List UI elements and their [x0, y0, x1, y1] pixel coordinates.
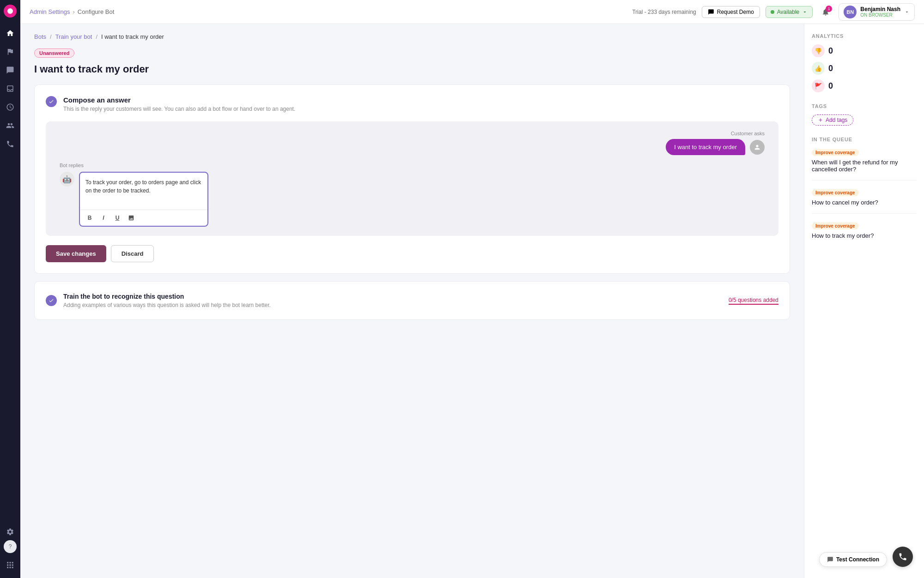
sidebar-icon-phone[interactable] — [2, 136, 18, 152]
train-bot-card: Train the bot to recognize this question… — [34, 281, 790, 320]
compose-card-title: Compose an answer — [63, 96, 295, 104]
sidebar-logo — [4, 5, 17, 18]
sidebar-icon-home[interactable] — [2, 25, 18, 42]
queue-question[interactable]: How to track my order? — [812, 232, 917, 239]
user-avatar: BN — [844, 6, 857, 18]
train-info: Train the bot to recognize this question… — [63, 293, 722, 308]
tags-title: TAGS — [812, 103, 917, 109]
breadcrumb-current: I want to track my order — [101, 33, 164, 40]
chat-preview: Customer asks I want to track my order B… — [46, 121, 778, 236]
flag-count: 0 — [828, 81, 833, 91]
train-card-title: Train the bot to recognize this question — [63, 293, 722, 300]
trial-text: Trial - 233 days remaining — [632, 9, 696, 15]
sidebar-icon-chat[interactable] — [2, 62, 18, 78]
user-name: Benjamin Nash — [860, 6, 900, 12]
compose-card-subtitle: This is the reply your customers will se… — [63, 106, 295, 112]
header-right: Trial - 233 days remaining Request Demo … — [632, 3, 915, 21]
bot-reply-editor: To track your order, go to orders page a… — [79, 172, 208, 227]
request-demo-button[interactable]: Request Demo — [702, 6, 760, 18]
queue-question[interactable]: When will I get the refund for my cancel… — [812, 159, 917, 173]
sidebar: ? — [0, 0, 20, 578]
sidebar-icon-grid[interactable] — [2, 557, 18, 573]
user-status: ON BROWSER — [860, 12, 900, 18]
analytics-title: ANALYTICS — [812, 33, 917, 39]
breadcrumb-train[interactable]: Train your bot — [55, 33, 92, 40]
queue-title: IN THE QUEUE — [812, 137, 917, 142]
status-dot — [771, 10, 774, 14]
page-title: I want to track my order — [34, 63, 790, 75]
thumbs-down-icon: 👎 — [812, 44, 825, 57]
thumbs-up-icon: 👍 — [812, 62, 825, 75]
italic-button[interactable]: I — [98, 213, 109, 223]
analytics-section: ANALYTICS 👎 0 👍 0 🚩 0 — [812, 33, 917, 92]
analytics-thumbs-up: 👍 0 — [812, 62, 917, 75]
analytics-flag: 🚩 0 — [812, 79, 917, 92]
top-header: Admin Settings › Configure Bot Trial - 2… — [20, 0, 924, 24]
flag-icon: 🚩 — [812, 79, 825, 92]
call-button[interactable] — [893, 547, 913, 567]
train-check-icon — [46, 295, 57, 306]
improve-badge: Improve coverage — [812, 149, 859, 156]
queue-item: Improve coverage How to track my order? — [812, 221, 917, 247]
header-breadcrumb-configure: Configure Bot — [78, 8, 115, 15]
bot-reply-row: 🤖 To track your order, go to orders page… — [60, 172, 765, 227]
thumbs-down-count: 0 — [828, 46, 833, 56]
tags-section: TAGS Add tags — [812, 103, 917, 126]
page-breadcrumb: Bots / Train your bot / I want to track … — [34, 33, 790, 40]
customer-asks-label: Customer asks — [60, 131, 765, 136]
compose-card-header: Compose an answer This is the reply your… — [46, 96, 778, 112]
compose-card-text: Compose an answer This is the reply your… — [63, 96, 295, 112]
sidebar-icon-clock[interactable] — [2, 99, 18, 115]
train-card-subtitle: Adding examples of various ways this que… — [63, 302, 722, 308]
underline-button[interactable]: U — [112, 213, 122, 223]
thumbs-up-count: 0 — [828, 64, 833, 73]
save-changes-button[interactable]: Save changes — [46, 245, 106, 262]
notification-badge: 1 — [826, 6, 832, 12]
header-breadcrumb-admin[interactable]: Admin Settings — [30, 8, 70, 15]
sidebar-icon-people[interactable] — [2, 117, 18, 134]
queue-question[interactable]: How to cancel my order? — [812, 199, 917, 206]
bot-avatar: 🤖 — [60, 172, 74, 187]
bot-reply-text[interactable]: To track your order, go to orders page a… — [80, 173, 207, 210]
discard-button[interactable]: Discard — [111, 245, 154, 262]
right-panel: ANALYTICS 👎 0 👍 0 🚩 0 TAGS — [804, 24, 924, 578]
action-buttons: Save changes Discard — [46, 245, 778, 262]
sidebar-icon-settings[interactable] — [4, 525, 17, 538]
queue-section: IN THE QUEUE Improve coverage When will … — [812, 137, 917, 247]
user-profile[interactable]: BN Benjamin Nash ON BROWSER — [839, 3, 915, 21]
sidebar-icon-flag[interactable] — [2, 43, 18, 60]
add-tag-button[interactable]: Add tags — [812, 114, 853, 126]
bot-replies-label: Bot replies — [60, 163, 765, 168]
status-badge: Unanswered — [34, 48, 74, 58]
svg-point-0 — [7, 8, 13, 14]
queue-item: Improve coverage When will I get the ref… — [812, 148, 917, 181]
user-details: Benjamin Nash ON BROWSER — [860, 6, 900, 18]
sidebar-icon-inbox[interactable] — [2, 80, 18, 97]
breadcrumb-bots[interactable]: Bots — [34, 33, 46, 40]
header-breadcrumb: Admin Settings › Configure Bot — [30, 8, 632, 15]
test-connection-button[interactable]: Test Connection — [819, 552, 887, 567]
customer-message-bubble: I want to track my order — [666, 139, 745, 155]
page-content: Bots / Train your bot / I want to track … — [20, 24, 804, 578]
sidebar-icon-help[interactable]: ? — [4, 540, 17, 553]
improve-badge: Improve coverage — [812, 223, 859, 229]
compose-answer-card: Compose an answer This is the reply your… — [34, 84, 790, 274]
sidebar-bottom: ? — [2, 525, 18, 573]
bot-replies-section: Bot replies 🤖 To track your order, go to… — [60, 163, 765, 227]
editor-toolbar: B I U — [80, 210, 207, 226]
compose-check-icon — [46, 96, 57, 107]
customer-asks-section: Customer asks I want to track my order — [60, 131, 765, 155]
analytics-thumbs-down: 👎 0 — [812, 44, 917, 57]
image-button[interactable] — [126, 213, 136, 223]
questions-count[interactable]: 0/5 questions added — [729, 297, 778, 305]
queue-items-container: Improve coverage When will I get the ref… — [812, 148, 917, 247]
queue-item: Improve coverage How to cancel my order? — [812, 188, 917, 214]
customer-avatar — [750, 140, 765, 155]
available-status-button[interactable]: Available — [766, 6, 813, 18]
customer-message-row: I want to track my order — [60, 139, 765, 155]
bold-button[interactable]: B — [85, 213, 95, 223]
notifications-button[interactable]: 1 — [818, 5, 833, 19]
improve-badge: Improve coverage — [812, 189, 859, 196]
